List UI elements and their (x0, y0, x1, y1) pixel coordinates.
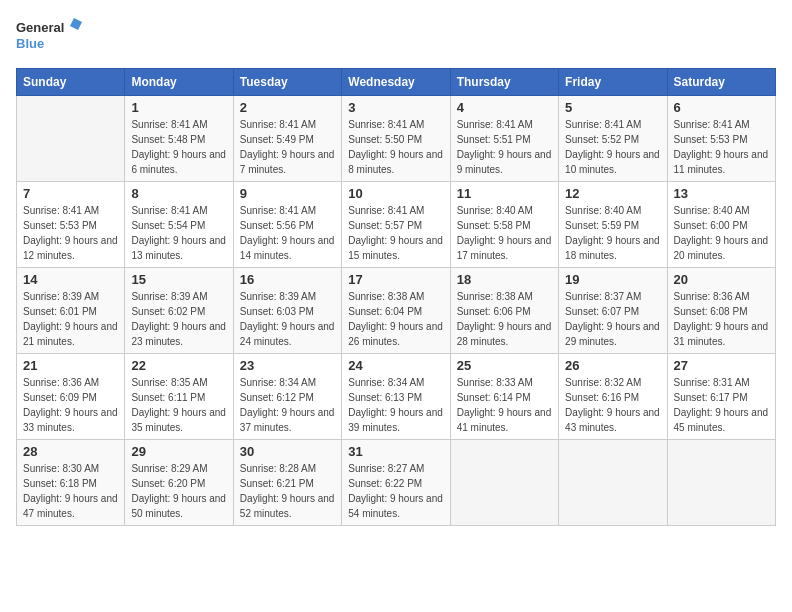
calendar-cell: 31Sunrise: 8:27 AMSunset: 6:22 PMDayligh… (342, 440, 450, 526)
day-number: 2 (240, 100, 335, 115)
day-info: Sunrise: 8:30 AMSunset: 6:18 PMDaylight:… (23, 461, 118, 521)
calendar-cell: 30Sunrise: 8:28 AMSunset: 6:21 PMDayligh… (233, 440, 341, 526)
calendar-cell: 13Sunrise: 8:40 AMSunset: 6:00 PMDayligh… (667, 182, 775, 268)
calendar-cell: 18Sunrise: 8:38 AMSunset: 6:06 PMDayligh… (450, 268, 558, 354)
calendar-cell: 9Sunrise: 8:41 AMSunset: 5:56 PMDaylight… (233, 182, 341, 268)
calendar-week-1: 1Sunrise: 8:41 AMSunset: 5:48 PMDaylight… (17, 96, 776, 182)
day-info: Sunrise: 8:41 AMSunset: 5:51 PMDaylight:… (457, 117, 552, 177)
calendar-cell: 10Sunrise: 8:41 AMSunset: 5:57 PMDayligh… (342, 182, 450, 268)
calendar-cell: 24Sunrise: 8:34 AMSunset: 6:13 PMDayligh… (342, 354, 450, 440)
calendar-cell: 14Sunrise: 8:39 AMSunset: 6:01 PMDayligh… (17, 268, 125, 354)
weekday-saturday: Saturday (667, 69, 775, 96)
day-number: 18 (457, 272, 552, 287)
calendar-cell: 20Sunrise: 8:36 AMSunset: 6:08 PMDayligh… (667, 268, 775, 354)
day-info: Sunrise: 8:38 AMSunset: 6:06 PMDaylight:… (457, 289, 552, 349)
calendar-cell: 22Sunrise: 8:35 AMSunset: 6:11 PMDayligh… (125, 354, 233, 440)
day-number: 29 (131, 444, 226, 459)
day-number: 5 (565, 100, 660, 115)
day-number: 16 (240, 272, 335, 287)
weekday-sunday: Sunday (17, 69, 125, 96)
calendar-week-4: 21Sunrise: 8:36 AMSunset: 6:09 PMDayligh… (17, 354, 776, 440)
day-info: Sunrise: 8:36 AMSunset: 6:08 PMDaylight:… (674, 289, 769, 349)
day-number: 23 (240, 358, 335, 373)
calendar-cell: 12Sunrise: 8:40 AMSunset: 5:59 PMDayligh… (559, 182, 667, 268)
day-number: 28 (23, 444, 118, 459)
day-number: 12 (565, 186, 660, 201)
svg-text:Blue: Blue (16, 36, 44, 51)
calendar-cell: 11Sunrise: 8:40 AMSunset: 5:58 PMDayligh… (450, 182, 558, 268)
day-info: Sunrise: 8:40 AMSunset: 5:58 PMDaylight:… (457, 203, 552, 263)
svg-text:General: General (16, 20, 64, 35)
day-info: Sunrise: 8:41 AMSunset: 5:53 PMDaylight:… (23, 203, 118, 263)
day-number: 26 (565, 358, 660, 373)
day-number: 4 (457, 100, 552, 115)
day-number: 27 (674, 358, 769, 373)
day-info: Sunrise: 8:40 AMSunset: 6:00 PMDaylight:… (674, 203, 769, 263)
calendar-cell: 27Sunrise: 8:31 AMSunset: 6:17 PMDayligh… (667, 354, 775, 440)
calendar-cell: 19Sunrise: 8:37 AMSunset: 6:07 PMDayligh… (559, 268, 667, 354)
calendar-cell: 26Sunrise: 8:32 AMSunset: 6:16 PMDayligh… (559, 354, 667, 440)
calendar-cell: 16Sunrise: 8:39 AMSunset: 6:03 PMDayligh… (233, 268, 341, 354)
day-info: Sunrise: 8:41 AMSunset: 5:52 PMDaylight:… (565, 117, 660, 177)
day-number: 17 (348, 272, 443, 287)
calendar-cell: 6Sunrise: 8:41 AMSunset: 5:53 PMDaylight… (667, 96, 775, 182)
day-info: Sunrise: 8:37 AMSunset: 6:07 PMDaylight:… (565, 289, 660, 349)
calendar-cell: 25Sunrise: 8:33 AMSunset: 6:14 PMDayligh… (450, 354, 558, 440)
calendar-cell (667, 440, 775, 526)
calendar-week-2: 7Sunrise: 8:41 AMSunset: 5:53 PMDaylight… (17, 182, 776, 268)
day-number: 30 (240, 444, 335, 459)
calendar-cell (450, 440, 558, 526)
weekday-header-row: SundayMondayTuesdayWednesdayThursdayFrid… (17, 69, 776, 96)
day-info: Sunrise: 8:40 AMSunset: 5:59 PMDaylight:… (565, 203, 660, 263)
calendar-table: SundayMondayTuesdayWednesdayThursdayFrid… (16, 68, 776, 526)
day-info: Sunrise: 8:34 AMSunset: 6:12 PMDaylight:… (240, 375, 335, 435)
calendar-cell: 17Sunrise: 8:38 AMSunset: 6:04 PMDayligh… (342, 268, 450, 354)
page-header: General Blue (16, 16, 776, 56)
day-info: Sunrise: 8:28 AMSunset: 6:21 PMDaylight:… (240, 461, 335, 521)
day-info: Sunrise: 8:41 AMSunset: 5:48 PMDaylight:… (131, 117, 226, 177)
day-info: Sunrise: 8:41 AMSunset: 5:49 PMDaylight:… (240, 117, 335, 177)
day-number: 8 (131, 186, 226, 201)
day-number: 25 (457, 358, 552, 373)
day-number: 1 (131, 100, 226, 115)
day-number: 10 (348, 186, 443, 201)
day-info: Sunrise: 8:41 AMSunset: 5:54 PMDaylight:… (131, 203, 226, 263)
calendar-week-3: 14Sunrise: 8:39 AMSunset: 6:01 PMDayligh… (17, 268, 776, 354)
day-number: 22 (131, 358, 226, 373)
day-info: Sunrise: 8:39 AMSunset: 6:02 PMDaylight:… (131, 289, 226, 349)
day-info: Sunrise: 8:29 AMSunset: 6:20 PMDaylight:… (131, 461, 226, 521)
day-info: Sunrise: 8:41 AMSunset: 5:50 PMDaylight:… (348, 117, 443, 177)
day-info: Sunrise: 8:36 AMSunset: 6:09 PMDaylight:… (23, 375, 118, 435)
day-info: Sunrise: 8:39 AMSunset: 6:01 PMDaylight:… (23, 289, 118, 349)
calendar-cell: 5Sunrise: 8:41 AMSunset: 5:52 PMDaylight… (559, 96, 667, 182)
day-number: 19 (565, 272, 660, 287)
day-number: 31 (348, 444, 443, 459)
day-info: Sunrise: 8:41 AMSunset: 5:57 PMDaylight:… (348, 203, 443, 263)
day-info: Sunrise: 8:35 AMSunset: 6:11 PMDaylight:… (131, 375, 226, 435)
logo: General Blue (16, 16, 86, 56)
day-info: Sunrise: 8:41 AMSunset: 5:56 PMDaylight:… (240, 203, 335, 263)
calendar-cell: 21Sunrise: 8:36 AMSunset: 6:09 PMDayligh… (17, 354, 125, 440)
weekday-wednesday: Wednesday (342, 69, 450, 96)
calendar-cell: 2Sunrise: 8:41 AMSunset: 5:49 PMDaylight… (233, 96, 341, 182)
day-info: Sunrise: 8:38 AMSunset: 6:04 PMDaylight:… (348, 289, 443, 349)
calendar-cell: 8Sunrise: 8:41 AMSunset: 5:54 PMDaylight… (125, 182, 233, 268)
calendar-cell: 23Sunrise: 8:34 AMSunset: 6:12 PMDayligh… (233, 354, 341, 440)
calendar-cell: 29Sunrise: 8:29 AMSunset: 6:20 PMDayligh… (125, 440, 233, 526)
day-number: 9 (240, 186, 335, 201)
calendar-cell: 7Sunrise: 8:41 AMSunset: 5:53 PMDaylight… (17, 182, 125, 268)
day-number: 21 (23, 358, 118, 373)
day-info: Sunrise: 8:32 AMSunset: 6:16 PMDaylight:… (565, 375, 660, 435)
calendar-cell: 15Sunrise: 8:39 AMSunset: 6:02 PMDayligh… (125, 268, 233, 354)
day-info: Sunrise: 8:41 AMSunset: 5:53 PMDaylight:… (674, 117, 769, 177)
day-info: Sunrise: 8:27 AMSunset: 6:22 PMDaylight:… (348, 461, 443, 521)
calendar-body: 1Sunrise: 8:41 AMSunset: 5:48 PMDaylight… (17, 96, 776, 526)
calendar-cell: 1Sunrise: 8:41 AMSunset: 5:48 PMDaylight… (125, 96, 233, 182)
day-number: 15 (131, 272, 226, 287)
day-info: Sunrise: 8:31 AMSunset: 6:17 PMDaylight:… (674, 375, 769, 435)
day-number: 14 (23, 272, 118, 287)
day-number: 3 (348, 100, 443, 115)
calendar-cell: 4Sunrise: 8:41 AMSunset: 5:51 PMDaylight… (450, 96, 558, 182)
day-info: Sunrise: 8:39 AMSunset: 6:03 PMDaylight:… (240, 289, 335, 349)
svg-marker-2 (70, 18, 82, 30)
